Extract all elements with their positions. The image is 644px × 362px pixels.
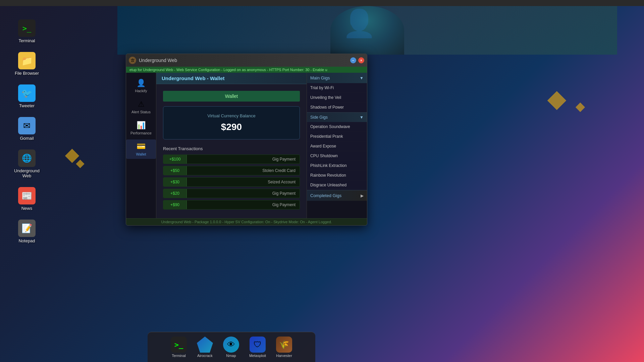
side-gigs-chevron: ▼: [360, 115, 364, 120]
desktop-icon-tweeter[interactable]: 🐦 Tweeter: [10, 82, 44, 111]
sidebar-item-alert-status[interactable]: ⚠ Alert Status: [126, 97, 156, 117]
wallet-section-header: Wallet: [163, 91, 300, 102]
main-gigs-header[interactable]: Main Gigs ▼: [307, 73, 367, 83]
desktop-icon-notepad[interactable]: 📝 Notepad: [10, 217, 44, 246]
desktop-icon-file-browser[interactable]: 📁 File Browser: [10, 49, 44, 78]
tx-amount-3: +$20: [163, 189, 187, 198]
gig-trial-wifi[interactable]: Trial by Wi-Fi: [307, 83, 367, 93]
portrait-area: 👤: [117, 6, 617, 55]
taskbar-airocrack-label: Airocrack: [197, 354, 213, 358]
diamond-deco-1: [547, 91, 567, 110]
transactions-section: Recent Transactions +$100 Gig Payment +$…: [163, 146, 300, 209]
status-bar: Underground Web - Package 1.0.0.0 - Hype…: [126, 218, 367, 225]
taskbar-metasploit[interactable]: 🛡 Metasploit: [248, 335, 268, 359]
transactions-title: Recent Transactions: [163, 146, 300, 151]
desktop-icon-terminal[interactable]: >_ Terminal: [10, 17, 44, 46]
transaction-row-0: +$100 Gig Payment: [163, 155, 300, 164]
file-browser-icon: 📁: [18, 52, 36, 69]
balance-card: Virtual Currency Balance $290: [163, 106, 300, 139]
tx-amount-4: +$90: [163, 200, 187, 209]
window-title: Underground Web: [139, 58, 347, 63]
performance-icon: 📊: [137, 121, 146, 130]
taskbar-nmap-label: Nmap: [226, 354, 236, 358]
sidebar-item-hackify[interactable]: 👤 Hackify: [126, 76, 156, 96]
taskbar-terminal[interactable]: >_ Terminal: [169, 335, 189, 359]
taskbar-harvester[interactable]: 🌾 Harvester: [274, 335, 294, 359]
taskbar-harvester-label: Harvester: [276, 354, 292, 358]
tx-amount-0: +$100: [163, 155, 187, 164]
gig-phishlink-extraction[interactable]: PhishLink Extraction: [307, 161, 367, 171]
gig-presidential-prank[interactable]: Presidential Prank: [307, 132, 367, 141]
taskbar-terminal-icon: >_: [171, 337, 187, 353]
window-body: 👤 Hackify ⚠ Alert Status 📊 Performance 💳…: [126, 73, 367, 218]
window-controls: − ×: [350, 57, 364, 63]
terminal-icon: >_: [18, 19, 36, 37]
desktop-icon-underground-web[interactable]: 🌐 Underground Web: [10, 147, 44, 181]
main-gigs-chevron: ▼: [360, 76, 364, 80]
news-label: News: [21, 206, 33, 211]
gig-disgrace-unleashed[interactable]: Disgrace Unleashed: [307, 180, 367, 190]
wallet-label: Wallet: [136, 152, 146, 156]
tx-desc-1: Stolen Credit Card: [187, 166, 300, 175]
gig-award-expose[interactable]: Award Expose: [307, 141, 367, 151]
gig-unveiling-veil[interactable]: Unveiling the Veil: [307, 93, 367, 103]
window-titlebar: 🕸 Underground Web − ×: [126, 54, 367, 67]
tx-desc-3: Gig Payment: [187, 189, 300, 198]
terminal-label: Terminal: [18, 38, 35, 43]
taskbar-airocrack[interactable]: Airocrack: [195, 335, 215, 359]
notepad-label: Notepad: [18, 238, 35, 243]
gig-operation-soundwave[interactable]: Operation Soundwave: [307, 122, 367, 132]
transaction-row-3: +$20 Gig Payment: [163, 189, 300, 198]
app-window: 🕸 Underground Web − × etup for Undergrou…: [126, 54, 367, 226]
performance-label: Performance: [130, 131, 152, 135]
taskbar-nmap[interactable]: 👁 Nmap: [221, 335, 241, 359]
alert-status-label: Alert Status: [131, 110, 151, 114]
desktop-icon-area: >_ Terminal 📁 File Browser 🐦 Tweeter ✉ G…: [0, 0, 54, 362]
desktop-icon-gomail[interactable]: ✉ Gomail: [10, 114, 44, 143]
window-close-button[interactable]: ×: [358, 57, 364, 63]
side-gigs-header[interactable]: Side Gigs ▼: [307, 112, 367, 122]
window-app-icon: 🕸: [129, 57, 136, 64]
side-gigs-label: Side Gigs: [310, 115, 328, 120]
sidebar: 👤 Hackify ⚠ Alert Status 📊 Performance 💳…: [126, 73, 156, 218]
file-browser-label: File Browser: [15, 71, 39, 76]
news-icon: 📰: [18, 187, 36, 204]
gig-cpu-shutdown[interactable]: CPU Shutdown: [307, 151, 367, 161]
balance-amount: $290: [170, 122, 293, 132]
taskbar-metasploit-label: Metasploit: [249, 354, 266, 358]
tx-desc-4: Gig Payment: [187, 200, 300, 209]
underground-web-label: Underground Web: [13, 168, 41, 178]
main-gigs-label: Main Gigs: [310, 75, 330, 80]
notepad-icon: 📝: [18, 220, 36, 237]
desktop-icon-news[interactable]: 📰 News: [10, 184, 44, 214]
completed-gigs-header[interactable]: Completed Gigs ▶: [307, 190, 367, 201]
taskbar-top: [0, 0, 644, 6]
taskbar-metasploit-icon: 🛡: [250, 337, 266, 353]
taskbar-nmap-icon: 👁: [223, 337, 239, 353]
transaction-row-2: +$30 Seized Account: [163, 177, 300, 187]
taskbar-terminal-label: Terminal: [172, 354, 186, 358]
tx-desc-0: Gig Payment: [187, 155, 300, 164]
completed-gigs-label: Completed Gigs: [310, 193, 341, 198]
tweeter-label: Tweeter: [19, 103, 35, 108]
balance-title: Virtual Currency Balance: [170, 113, 293, 118]
address-bar: etup for Underground Web - Web Service C…: [126, 67, 367, 73]
gomail-label: Gomail: [20, 136, 34, 141]
right-panel: Main Gigs ▼ Trial by Wi-Fi Unveiling the…: [307, 73, 367, 218]
gig-rainbow-revolution[interactable]: Rainbow Revolution: [307, 171, 367, 180]
gig-shadows-power[interactable]: Shadows of Power: [307, 103, 367, 112]
window-minimize-button[interactable]: −: [350, 57, 356, 63]
hackify-icon: 👤: [137, 79, 146, 87]
taskbar-bottom: >_ Terminal Airocrack 👁 Nmap 🛡 Metasploi…: [148, 332, 315, 362]
tx-desc-2: Seized Account: [187, 178, 300, 186]
wallet-icon: 💳: [137, 142, 146, 151]
diamond-deco-5: [65, 149, 79, 163]
tx-amount-2: +$30: [163, 178, 187, 186]
taskbar-harvester-icon: 🌾: [276, 337, 292, 353]
main-content: Underground Web - Wallet Wallet Virtual …: [156, 73, 307, 218]
sidebar-item-performance[interactable]: 📊 Performance: [126, 118, 156, 138]
diamond-deco-2: [576, 103, 585, 112]
alert-status-icon: ⚠: [138, 100, 145, 109]
underground-web-icon: 🌐: [18, 149, 36, 167]
sidebar-item-wallet[interactable]: 💳 Wallet: [126, 139, 156, 159]
